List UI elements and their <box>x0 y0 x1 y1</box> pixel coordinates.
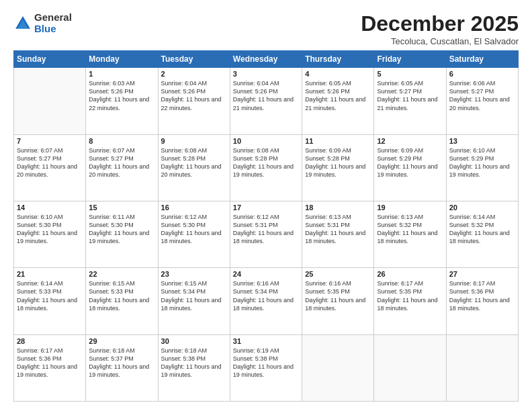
day-number: 20 <box>449 203 515 212</box>
day-number: 1 <box>89 70 154 78</box>
day-info: Sunrise: 6:04 AMSunset: 5:26 PMDaylight:… <box>161 79 227 112</box>
calendar-cell: 26Sunrise: 6:17 AMSunset: 5:35 PMDayligh… <box>374 268 446 334</box>
calendar-week-row: 14Sunrise: 6:10 AMSunset: 5:30 PMDayligh… <box>14 201 519 267</box>
day-info: Sunrise: 6:05 AMSunset: 5:27 PMDaylight:… <box>377 79 443 112</box>
logo-icon <box>13 14 32 33</box>
calendar-cell: 9Sunrise: 6:08 AMSunset: 5:28 PMDaylight… <box>158 134 230 201</box>
calendar-cell: 16Sunrise: 6:12 AMSunset: 5:30 PMDayligh… <box>158 201 230 267</box>
day-info: Sunrise: 6:18 AMSunset: 5:37 PMDaylight:… <box>89 347 154 379</box>
day-info: Sunrise: 6:10 AMSunset: 5:29 PMDaylight:… <box>449 146 515 179</box>
day-info: Sunrise: 6:16 AMSunset: 5:35 PMDaylight:… <box>305 279 371 312</box>
day-number: 9 <box>161 137 227 145</box>
calendar-cell <box>374 334 446 401</box>
day-info: Sunrise: 6:04 AMSunset: 5:26 PMDaylight:… <box>233 79 299 112</box>
calendar-cell: 24Sunrise: 6:16 AMSunset: 5:34 PMDayligh… <box>230 268 302 334</box>
calendar-cell: 8Sunrise: 6:07 AMSunset: 5:27 PMDaylight… <box>86 134 158 201</box>
day-info: Sunrise: 6:06 AMSunset: 5:27 PMDaylight:… <box>449 79 515 112</box>
day-number: 10 <box>233 137 299 145</box>
calendar-cell: 27Sunrise: 6:17 AMSunset: 5:36 PMDayligh… <box>446 268 518 334</box>
day-info: Sunrise: 6:17 AMSunset: 5:36 PMDaylight:… <box>449 279 515 312</box>
weekday-header-saturday: Saturday <box>446 51 518 68</box>
day-number: 21 <box>17 270 83 278</box>
day-number: 28 <box>17 337 83 345</box>
day-number: 19 <box>377 203 443 212</box>
day-info: Sunrise: 6:07 AMSunset: 5:27 PMDaylight:… <box>17 146 83 179</box>
day-info: Sunrise: 6:09 AMSunset: 5:28 PMDaylight:… <box>305 146 371 179</box>
day-info: Sunrise: 6:18 AMSunset: 5:38 PMDaylight:… <box>161 347 227 379</box>
day-number: 4 <box>305 70 371 78</box>
day-number: 11 <box>305 137 371 145</box>
calendar-cell: 2Sunrise: 6:04 AMSunset: 5:26 PMDaylight… <box>158 68 230 134</box>
calendar-cell <box>302 334 374 401</box>
calendar-cell: 31Sunrise: 6:19 AMSunset: 5:38 PMDayligh… <box>230 334 302 401</box>
calendar-cell: 7Sunrise: 6:07 AMSunset: 5:27 PMDaylight… <box>14 134 86 201</box>
day-number: 12 <box>377 137 443 145</box>
calendar-cell: 25Sunrise: 6:16 AMSunset: 5:35 PMDayligh… <box>302 268 374 334</box>
day-number: 6 <box>449 70 515 78</box>
day-info: Sunrise: 6:15 AMSunset: 5:33 PMDaylight:… <box>89 279 154 312</box>
day-info: Sunrise: 6:13 AMSunset: 5:32 PMDaylight:… <box>377 213 443 246</box>
weekday-header-thursday: Thursday <box>302 51 374 68</box>
weekday-header-sunday: Sunday <box>14 51 86 68</box>
day-number: 16 <box>161 203 227 212</box>
weekday-header-monday: Monday <box>86 51 158 68</box>
day-number: 29 <box>89 337 154 345</box>
header: General Blue December 2025 Tecoluca, Cus… <box>13 12 519 46</box>
calendar-week-row: 7Sunrise: 6:07 AMSunset: 5:27 PMDaylight… <box>14 134 519 201</box>
day-info: Sunrise: 6:12 AMSunset: 5:31 PMDaylight:… <box>233 213 299 246</box>
day-info: Sunrise: 6:14 AMSunset: 5:33 PMDaylight:… <box>17 279 83 312</box>
calendar-cell: 1Sunrise: 6:03 AMSunset: 5:26 PMDaylight… <box>86 68 158 134</box>
calendar-cell: 18Sunrise: 6:13 AMSunset: 5:31 PMDayligh… <box>302 201 374 267</box>
day-number: 30 <box>161 337 227 345</box>
day-number: 5 <box>377 70 443 78</box>
page: General Blue December 2025 Tecoluca, Cus… <box>0 0 532 411</box>
day-info: Sunrise: 6:08 AMSunset: 5:28 PMDaylight:… <box>233 146 299 179</box>
calendar-cell: 12Sunrise: 6:09 AMSunset: 5:29 PMDayligh… <box>374 134 446 201</box>
day-info: Sunrise: 6:15 AMSunset: 5:34 PMDaylight:… <box>161 279 227 312</box>
day-number: 2 <box>161 70 227 78</box>
calendar-cell: 5Sunrise: 6:05 AMSunset: 5:27 PMDaylight… <box>374 68 446 134</box>
calendar-cell: 4Sunrise: 6:05 AMSunset: 5:26 PMDaylight… <box>302 68 374 134</box>
day-info: Sunrise: 6:17 AMSunset: 5:35 PMDaylight:… <box>377 279 443 312</box>
day-number: 22 <box>89 270 154 278</box>
calendar-cell: 13Sunrise: 6:10 AMSunset: 5:29 PMDayligh… <box>446 134 518 201</box>
day-info: Sunrise: 6:14 AMSunset: 5:32 PMDaylight:… <box>449 213 515 246</box>
calendar-cell: 29Sunrise: 6:18 AMSunset: 5:37 PMDayligh… <box>86 334 158 401</box>
day-number: 13 <box>449 137 515 145</box>
day-number: 18 <box>305 203 371 212</box>
calendar-header-row: SundayMondayTuesdayWednesdayThursdayFrid… <box>14 51 519 68</box>
day-info: Sunrise: 6:19 AMSunset: 5:38 PMDaylight:… <box>233 347 299 379</box>
day-number: 17 <box>233 203 299 212</box>
calendar-cell: 28Sunrise: 6:17 AMSunset: 5:36 PMDayligh… <box>14 334 86 401</box>
calendar-cell: 15Sunrise: 6:11 AMSunset: 5:30 PMDayligh… <box>86 201 158 267</box>
calendar-cell: 22Sunrise: 6:15 AMSunset: 5:33 PMDayligh… <box>86 268 158 334</box>
day-info: Sunrise: 6:10 AMSunset: 5:30 PMDaylight:… <box>17 213 83 246</box>
day-number: 3 <box>233 70 299 78</box>
day-number: 8 <box>89 137 154 145</box>
calendar-cell: 6Sunrise: 6:06 AMSunset: 5:27 PMDaylight… <box>446 68 518 134</box>
calendar-cell: 23Sunrise: 6:15 AMSunset: 5:34 PMDayligh… <box>158 268 230 334</box>
calendar-cell: 14Sunrise: 6:10 AMSunset: 5:30 PMDayligh… <box>14 201 86 267</box>
calendar-cell: 20Sunrise: 6:14 AMSunset: 5:32 PMDayligh… <box>446 201 518 267</box>
day-number: 27 <box>449 270 515 278</box>
day-info: Sunrise: 6:07 AMSunset: 5:27 PMDaylight:… <box>89 146 154 179</box>
calendar-cell: 21Sunrise: 6:14 AMSunset: 5:33 PMDayligh… <box>14 268 86 334</box>
day-number: 15 <box>89 203 154 212</box>
location-subtitle: Tecoluca, Cuscatlan, El Salvador <box>361 36 519 46</box>
calendar-cell: 30Sunrise: 6:18 AMSunset: 5:38 PMDayligh… <box>158 334 230 401</box>
day-number: 14 <box>17 203 83 212</box>
day-number: 24 <box>233 270 299 278</box>
logo: General Blue <box>13 12 72 34</box>
weekday-header-wednesday: Wednesday <box>230 51 302 68</box>
day-info: Sunrise: 6:16 AMSunset: 5:34 PMDaylight:… <box>233 279 299 312</box>
day-number: 23 <box>161 270 227 278</box>
day-number: 7 <box>17 137 83 145</box>
day-info: Sunrise: 6:05 AMSunset: 5:26 PMDaylight:… <box>305 79 371 112</box>
calendar-cell: 19Sunrise: 6:13 AMSunset: 5:32 PMDayligh… <box>374 201 446 267</box>
logo-general: General <box>34 12 72 24</box>
day-number: 31 <box>233 337 299 345</box>
calendar-week-row: 21Sunrise: 6:14 AMSunset: 5:33 PMDayligh… <box>14 268 519 334</box>
calendar-cell: 10Sunrise: 6:08 AMSunset: 5:28 PMDayligh… <box>230 134 302 201</box>
calendar-table: SundayMondayTuesdayWednesdayThursdayFrid… <box>13 50 519 402</box>
weekday-header-tuesday: Tuesday <box>158 51 230 68</box>
